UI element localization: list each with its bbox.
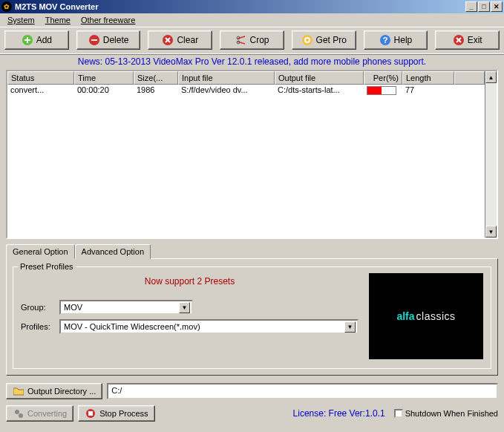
getpro-icon	[301, 34, 313, 46]
clear-icon	[162, 34, 174, 46]
group-value: MOV	[64, 303, 179, 312]
col-status[interactable]: Status	[7, 71, 74, 85]
shutdown-label: Shutdown When Finished	[405, 409, 498, 418]
scroll-down-icon[interactable]: ▼	[485, 226, 497, 238]
clear-label: Clear	[177, 35, 198, 45]
svg-point-12	[19, 413, 23, 418]
news-banner[interactable]: News: 05-13-2013 VideoMax Pro Ver 12.0.1…	[0, 55, 504, 70]
cell-input: S:/f/dev/video dv...	[178, 85, 275, 96]
cell-per	[364, 85, 402, 96]
preview-brand1: alfa	[396, 310, 414, 322]
list-header: Status Time Size(... Input file Output f…	[7, 71, 485, 85]
list-row[interactable]: convert... 00:00:20 1986 S:/f/dev/video …	[7, 85, 485, 96]
col-output[interactable]: Output file	[275, 71, 364, 85]
status-bar: Converting Stop Process License: Free Ve…	[6, 402, 498, 422]
cell-status: convert...	[7, 85, 74, 96]
svg-rect-14	[88, 411, 93, 416]
delete-label: Delete	[103, 35, 129, 45]
add-button[interactable]: Add	[4, 30, 69, 50]
preset-legend: Preset Profiles	[18, 262, 76, 271]
output-row: Output Directory ... C:/	[6, 380, 498, 402]
exit-icon	[453, 34, 465, 46]
delete-icon	[88, 34, 100, 46]
output-directory-label: Output Directory ...	[27, 387, 96, 396]
window-title: M2TS MOV Converter	[15, 2, 465, 11]
license-text: License: Free Ver:1.0.1	[160, 408, 390, 419]
profiles-label: Profiles:	[21, 322, 56, 331]
preset-support-text: Now support 2 Presets	[21, 276, 359, 287]
help-label: Help	[394, 35, 413, 45]
group-combo[interactable]: MOV ▼	[59, 300, 193, 315]
stop-process-button[interactable]: Stop Process	[78, 405, 154, 422]
close-button[interactable]: ✕	[491, 1, 503, 12]
toolbar: Add Delete Clear Crop Get Pro ? Help Exi…	[0, 27, 504, 55]
cell-length: 77	[402, 85, 454, 96]
shutdown-checkbox[interactable]	[394, 409, 403, 418]
crop-button[interactable]: Crop	[220, 30, 284, 50]
group-label: Group:	[21, 303, 56, 312]
profiles-value: MOV - QuickTime Widescreen(*.mov)	[64, 322, 344, 331]
scroll-up-icon[interactable]: ▲	[485, 71, 497, 83]
converting-button[interactable]: Converting	[6, 405, 73, 422]
getpro-label: Get Pro	[316, 35, 347, 45]
gears-icon	[13, 408, 24, 419]
svg-point-11	[15, 410, 19, 414]
add-label: Add	[36, 35, 52, 45]
shutdown-checkbox-wrap[interactable]: Shutdown When Finished	[394, 409, 498, 418]
profiles-combo[interactable]: MOV - QuickTime Widescreen(*.mov) ▼	[59, 319, 359, 334]
help-icon: ?	[379, 34, 391, 46]
getpro-button[interactable]: Get Pro	[292, 30, 356, 50]
exit-label: Exit	[468, 35, 482, 45]
cell-size: 1986	[134, 85, 178, 96]
progress-fill	[367, 87, 382, 94]
maximize-button[interactable]: □	[478, 1, 490, 12]
converting-label: Converting	[27, 409, 67, 418]
stop-process-label: Stop Process	[99, 409, 148, 418]
folder-icon	[13, 385, 24, 397]
clear-button[interactable]: Clear	[148, 30, 212, 50]
exit-button[interactable]: Exit	[435, 30, 500, 50]
general-panel: Preset Profiles Now support 2 Presets Gr…	[6, 258, 498, 376]
preview-brand2: classics	[416, 310, 456, 322]
svg-point-7	[306, 39, 309, 42]
chevron-down-icon: ▼	[344, 321, 356, 333]
tab-advanced[interactable]: Advanced Option	[75, 244, 151, 259]
preset-profiles-fieldset: Preset Profiles Now support 2 Presets Gr…	[13, 266, 491, 369]
menu-system[interactable]: System	[3, 15, 39, 25]
menu-theme[interactable]: Theme	[41, 15, 75, 25]
titlebar: ✿ M2TS MOV Converter _ □ ✕	[0, 0, 504, 13]
col-input[interactable]: Input file	[178, 71, 275, 85]
file-list: Status Time Size(... Input file Output f…	[6, 70, 498, 239]
cell-output: C:/dts-starts-lat...	[275, 85, 364, 96]
progress-bar	[367, 86, 396, 95]
menubar: System Theme Other freeware	[0, 13, 504, 27]
app-icon: ✿	[1, 1, 12, 12]
col-time[interactable]: Time	[74, 71, 134, 85]
cell-time: 00:00:20	[74, 85, 134, 96]
preview-pane: alfaclassics	[369, 273, 483, 359]
add-icon	[22, 34, 33, 46]
output-path-input[interactable]: C:/	[107, 383, 498, 399]
col-per[interactable]: Per(%)	[364, 71, 402, 85]
minimize-button[interactable]: _	[465, 1, 477, 12]
stop-icon	[85, 408, 96, 419]
chevron-down-icon: ▼	[179, 302, 190, 313]
delete-button[interactable]: Delete	[76, 30, 141, 50]
vertical-scrollbar[interactable]: ▲ ▼	[485, 71, 497, 238]
output-directory-button[interactable]: Output Directory ...	[6, 383, 102, 399]
crop-icon	[235, 34, 247, 46]
scroll-track[interactable]	[485, 83, 497, 226]
help-button[interactable]: ? Help	[364, 30, 428, 50]
col-spacer	[454, 71, 485, 85]
menu-other-freeware[interactable]: Other freeware	[76, 15, 140, 25]
tab-general[interactable]: General Option	[6, 244, 75, 259]
option-tabs: General Option Advanced Option	[6, 244, 498, 259]
svg-text:?: ?	[382, 36, 387, 45]
col-length[interactable]: Length	[402, 71, 454, 85]
crop-label: Crop	[250, 35, 269, 45]
col-size[interactable]: Size(...	[134, 71, 178, 85]
